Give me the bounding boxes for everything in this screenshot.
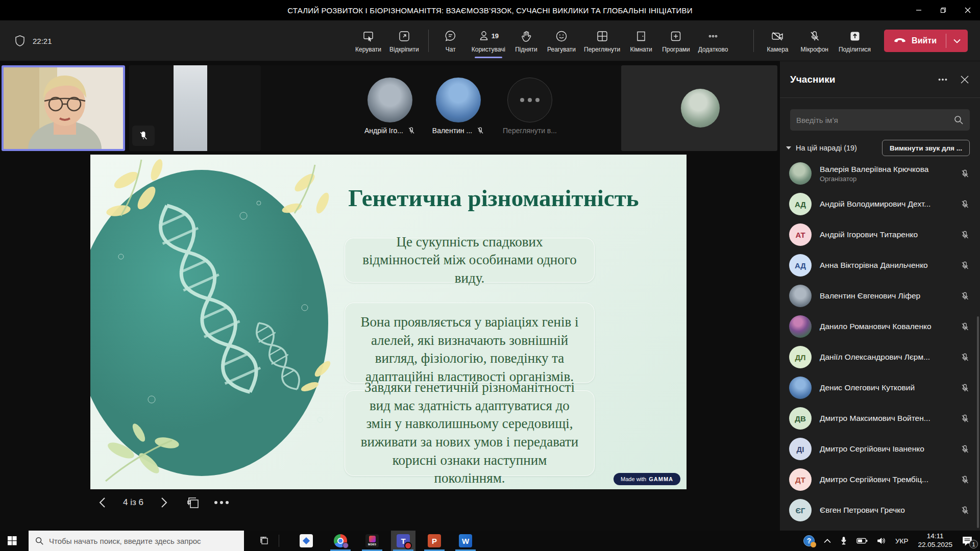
participant-row[interactable]: ДТ Дмитро Сергійович Трембіц... xyxy=(780,464,980,495)
taskbar-search-input[interactable] xyxy=(49,537,238,545)
avatar-tiles: Андрій Іго... Валентин ... Переглянути в… xyxy=(261,65,621,151)
avatar xyxy=(368,78,412,122)
taskbar-app-m365[interactable]: M365 xyxy=(360,531,384,551)
panel-more-icon[interactable] xyxy=(937,74,948,85)
apps-button[interactable]: Програми xyxy=(658,22,694,59)
presenter-video-tile[interactable] xyxy=(2,65,125,151)
mic-off-icon xyxy=(960,230,970,240)
taskbar-app-word[interactable]: W xyxy=(453,531,478,551)
slide-more-button[interactable] xyxy=(214,495,229,510)
toolbar-divider-right xyxy=(753,30,754,52)
taskbar-app-powerpoint[interactable]: P xyxy=(422,531,447,551)
video-tile-dark[interactable] xyxy=(129,65,261,151)
chevron-down-icon xyxy=(953,39,961,43)
more-button[interactable]: Додатково xyxy=(694,22,732,59)
clock[interactable]: 14:11 22.05.2025 xyxy=(913,532,958,549)
language-indicator[interactable]: УКР xyxy=(891,531,913,551)
view-button[interactable]: Переглянути xyxy=(580,22,624,59)
maximize-button[interactable] xyxy=(931,0,955,20)
search-input[interactable] xyxy=(796,116,953,124)
task-view-button[interactable] xyxy=(253,531,276,551)
view-icon xyxy=(596,29,608,43)
rooms-icon xyxy=(635,29,647,43)
overflow-tile[interactable]: Переглянути в... xyxy=(492,78,568,135)
participant-row[interactable]: Данило Романович Коваленко xyxy=(780,311,980,342)
search-icon xyxy=(35,536,44,545)
volume-icon[interactable] xyxy=(872,531,891,551)
chevron-up-icon xyxy=(824,539,831,543)
scrollbar[interactable] xyxy=(977,316,979,528)
participant-row[interactable]: АТ Андрій Ігорович Титаренко xyxy=(780,219,980,250)
raise-hand-button[interactable]: Підняти xyxy=(509,22,543,59)
participant-row[interactable]: Валерія Валеріївна Крючкова Організатор xyxy=(780,158,980,189)
mute-all-button[interactable]: Вимкнути звук для ... xyxy=(882,140,970,156)
overflow-label: Переглянути в... xyxy=(503,127,557,135)
participant-row[interactable]: АД Андрій Володимирович Дехт... xyxy=(780,189,980,219)
participant-row[interactable]: ДВ Дмитро Максимович Войтен... xyxy=(780,403,980,434)
avatar xyxy=(681,89,720,128)
avatar-initials: АТ xyxy=(789,223,812,246)
people-button[interactable]: 19 Користувачі xyxy=(468,22,509,59)
rooms-button[interactable]: Кімнати xyxy=(624,22,658,59)
leave-dropdown[interactable] xyxy=(946,30,968,52)
help-tray-icon[interactable]: ? xyxy=(799,531,819,551)
taskbar-app-chrome[interactable] xyxy=(328,531,353,551)
participants-search[interactable] xyxy=(790,109,970,131)
mic-off-icon xyxy=(138,131,149,141)
panel-close-icon[interactable] xyxy=(960,74,970,85)
toolbar-divider xyxy=(428,30,429,52)
mic-off-icon xyxy=(476,127,484,135)
window-title: СТАЛИЙ РОЗВИТОК І БІОРІЗНОМАНІТТЯ: ВЗАЄМ… xyxy=(0,6,980,15)
participants-title: Учасники xyxy=(790,74,835,85)
presenter-silhouette xyxy=(4,67,123,149)
close-button[interactable] xyxy=(955,0,980,20)
participant-row[interactable]: ЄГ Євген Петрович Гречко xyxy=(780,495,980,525)
toolbar-center: Керувати Відкріпити Чат 19 Кор xyxy=(351,20,732,61)
minimize-button[interactable] xyxy=(906,0,931,20)
video-strip: Андрій Іго... Валентин ... Переглянути в… xyxy=(2,65,777,151)
avatar-initials: ДТ xyxy=(789,468,812,491)
chat-button[interactable]: Чат xyxy=(434,22,468,59)
taskbar-search[interactable] xyxy=(29,531,244,551)
participant-name: Валентин ... xyxy=(432,127,472,135)
tray-expand-button[interactable] xyxy=(819,531,836,551)
made-with-gamma-badge: Made with GAMMA xyxy=(614,473,680,485)
tray-date: 22.05.2025 xyxy=(918,541,952,549)
unpin-button[interactable]: Відкріпити xyxy=(385,22,423,59)
m365-icon: M365 xyxy=(365,534,379,547)
participant-row[interactable]: Валентин Євгенович Ліфер xyxy=(780,281,980,311)
participant-row[interactable]: Денис Олегович Кутковий xyxy=(780,372,980,403)
start-button[interactable] xyxy=(0,531,24,551)
taskbar-app-photos[interactable] xyxy=(294,531,318,551)
manage-button[interactable]: Керувати xyxy=(351,22,385,59)
video-tile-avatar[interactable] xyxy=(621,65,777,151)
camera-button[interactable]: Камера xyxy=(761,22,795,59)
react-button[interactable]: Реагувати xyxy=(543,22,580,59)
avatar xyxy=(789,285,812,307)
tray-mic-icon[interactable] xyxy=(836,531,852,551)
next-slide-button[interactable] xyxy=(157,495,172,510)
people-icon: 19 xyxy=(478,29,499,43)
hangup-icon xyxy=(893,37,906,44)
previous-slide-button[interactable] xyxy=(94,495,110,510)
notification-center-button[interactable]: 1 xyxy=(958,531,980,551)
leave-main[interactable]: Вийти xyxy=(884,30,946,52)
system-tray: ? УКР 14:11 22.05.2025 1 xyxy=(799,531,980,551)
leave-button[interactable]: Вийти xyxy=(884,30,968,52)
participant-row[interactable]: ДЛ Даніїл Олександрович Лєрм... xyxy=(780,342,980,372)
taskbar-app-teams[interactable]: T xyxy=(391,531,415,551)
mic-button[interactable]: Мікрофон xyxy=(797,22,832,59)
slide-text-box: Завдяки генетичній різноманітності вид м… xyxy=(345,390,595,476)
section-collapse-icon[interactable] xyxy=(786,146,791,149)
avatar-initials: ДІ xyxy=(789,438,812,460)
participant-tile[interactable]: Андрій Іго... xyxy=(352,78,428,135)
participant-row[interactable]: ДІ Дмитро Сергійович Іваненко xyxy=(780,434,980,464)
share-button[interactable]: Поділитися xyxy=(835,22,875,59)
slide-layout-button[interactable] xyxy=(185,495,201,510)
participant-row[interactable]: АД Анна Вікторівна Данильченко xyxy=(780,250,980,281)
meeting-toolbar: 22:21 Керувати Відкріпити Чат xyxy=(0,20,980,61)
battery-icon[interactable] xyxy=(852,531,872,551)
mic-off-icon xyxy=(960,444,970,454)
participant-tile[interactable]: Валентин ... xyxy=(420,78,497,135)
teams-meeting-window: СТАЛИЙ РОЗВИТОК І БІОРІЗНОМАНІТТЯ: ВЗАЄМ… xyxy=(0,0,980,551)
